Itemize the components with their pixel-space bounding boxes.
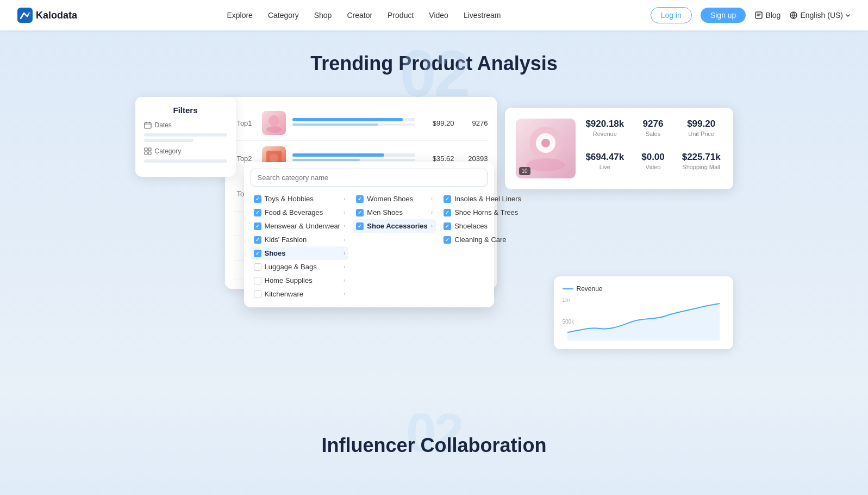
svg-rect-0 — [17, 8, 33, 23]
svg-rect-5 — [145, 148, 147, 151]
cat-item-luggage[interactable]: Luggage & Bags › — [251, 260, 349, 274]
cat-item-shoe-horns[interactable]: ✓ Shoe Horns & Trees — [440, 206, 524, 219]
checkbox-luggage[interactable] — [254, 263, 261, 271]
checkbox-kids[interactable]: ✓ — [254, 236, 261, 244]
svg-rect-2 — [755, 12, 762, 18]
checkbox-shoelaces[interactable]: ✓ — [444, 222, 451, 230]
nav-product[interactable]: Product — [388, 11, 414, 20]
stat-revenue: $920.18k Revenue — [584, 119, 626, 145]
logo-text: Kalodata — [36, 10, 77, 21]
stat-unit-price: $99.20 Unit Price — [680, 119, 722, 145]
logo[interactable]: Kalodata — [17, 8, 77, 23]
revenue-chart: Revenue 1m 500k — [554, 276, 733, 349]
dates-label[interactable]: Dates — [144, 121, 227, 129]
cat-item-toys[interactable]: ✓ Toys & Hobbies › — [251, 192, 349, 206]
category-dropdown: ✓ Toys & Hobbies › ✓ Food & Beverages › … — [244, 162, 494, 307]
dates-filter: Dates — [144, 121, 227, 142]
svg-rect-8 — [148, 152, 151, 154]
product-card-inner: 10 $920.18k Revenue 9276 Sales $99.20 Un… — [516, 119, 722, 178]
checkbox-shoe-horns[interactable]: ✓ — [444, 209, 451, 216]
stat-shopping-mall: $225.71k Shopping Mall — [680, 152, 722, 178]
revenue-chart-svg — [563, 297, 725, 341]
stat-sales: 9276 Sales — [632, 119, 674, 145]
cat-item-food[interactable]: ✓ Food & Beverages › — [251, 206, 349, 219]
category-columns: ✓ Toys & Hobbies › ✓ Food & Beverages › … — [251, 192, 488, 301]
product-sales: 20393 — [461, 154, 488, 163]
checkbox-shoes[interactable]: ✓ — [254, 250, 261, 257]
checkbox-men-shoes[interactable]: ✓ — [356, 209, 364, 216]
language-selector[interactable]: English (US) — [789, 11, 851, 20]
svg-rect-4 — [145, 122, 151, 128]
category-col-2: ✓ Women Shoes › ✓ Men Shoes › ✓ Shoe Acc… — [353, 192, 436, 301]
product-thumbnail — [262, 111, 286, 135]
nav-links: Explore Category Shop Creator Product Vi… — [227, 11, 501, 20]
cat-item-home[interactable]: Home Supplies › — [251, 274, 349, 287]
cat-item-insoles[interactable]: ✓ Insoles & Heel Liners — [440, 192, 524, 206]
product-detail-card: 10 $920.18k Revenue 9276 Sales $99.20 Un… — [505, 108, 733, 189]
cat-item-shoes[interactable]: ✓ Shoes › — [251, 246, 349, 260]
checkbox-shoe-accessories[interactable]: ✓ — [356, 222, 364, 230]
table-row: Top1 $99.20 9276 — [234, 106, 488, 141]
cat-item-kids[interactable]: ✓ Kids' Fashion › — [251, 233, 349, 246]
section2-title: Influencer Collaboration — [0, 412, 868, 457]
product-price: $35.62 — [422, 154, 454, 163]
nav-creator[interactable]: Creator — [347, 11, 372, 20]
nav-explore[interactable]: Explore — [227, 11, 252, 20]
cat-item-men-shoes[interactable]: ✓ Men Shoes › — [353, 206, 436, 219]
svg-point-17 — [541, 139, 550, 147]
nav-category[interactable]: Category — [268, 11, 299, 20]
cat-item-shoe-accessories[interactable]: ✓ Shoe Accessories › — [353, 219, 436, 233]
product-sales: 9276 — [461, 119, 488, 127]
chart-legend: Revenue — [563, 285, 725, 293]
checkbox-insoles[interactable]: ✓ — [444, 195, 451, 203]
hero-section: 02 Trending Product Analysis Filters Dat… — [0, 30, 868, 391]
chart-area: 1m 500k — [563, 297, 725, 341]
cat-item-cleaning[interactable]: ✓ Cleaning & Care — [440, 233, 524, 246]
nav-right: Log in Sign up Blog English (US) — [651, 7, 851, 23]
filters-title: Filters — [144, 106, 227, 115]
hero-title: Trending Product Analysis — [0, 52, 868, 75]
stat-live: $694.47k Live — [584, 152, 626, 178]
nav-video[interactable]: Video — [429, 11, 448, 20]
checkbox-menswear[interactable]: ✓ — [254, 222, 261, 230]
svg-point-18 — [527, 158, 565, 171]
svg-point-12 — [270, 154, 278, 163]
rank-label: Top1 — [234, 119, 255, 127]
svg-point-9 — [268, 115, 279, 126]
category-label[interactable]: Category — [144, 147, 227, 155]
category-col-1: ✓ Toys & Hobbies › ✓ Food & Beverages › … — [251, 192, 349, 301]
checkbox-home[interactable] — [254, 277, 261, 284]
panel-area: Filters Dates Category Top1 — [135, 97, 733, 358]
legend-line — [563, 288, 573, 289]
category-search-input[interactable] — [251, 169, 488, 187]
category-col-3: ✓ Insoles & Heel Liners ✓ Shoe Horns & T… — [440, 192, 524, 301]
nav-shop[interactable]: Shop — [314, 11, 332, 20]
chart-label-1m: 1m — [563, 297, 570, 303]
product-image: 10 — [516, 119, 576, 178]
checkbox-cleaning[interactable]: ✓ — [444, 236, 451, 244]
cat-item-women-shoes[interactable]: ✓ Women Shoes › — [353, 192, 436, 206]
checkbox-women-shoes[interactable]: ✓ — [356, 195, 364, 203]
svg-point-10 — [266, 126, 282, 133]
chart-label-500k: 500k — [563, 319, 574, 325]
checkbox-food[interactable]: ✓ — [254, 209, 261, 216]
checkbox-toys[interactable]: ✓ — [254, 195, 261, 203]
product-badge: 10 — [519, 167, 530, 175]
product-stats: $920.18k Revenue 9276 Sales $99.20 Unit … — [584, 119, 722, 178]
filters-panel: Filters Dates Category — [135, 97, 236, 177]
svg-point-1 — [28, 12, 30, 14]
nav-livestream[interactable]: Livestream — [464, 11, 501, 20]
login-button[interactable]: Log in — [651, 7, 692, 23]
signup-button[interactable]: Sign up — [701, 8, 746, 23]
section2: 02 Influencer Collaboration — [0, 391, 868, 495]
cat-item-shoelaces[interactable]: ✓ Shoelaces — [440, 219, 524, 233]
cat-item-kitchenware[interactable]: Kitchenware › — [251, 287, 349, 301]
cat-item-menswear[interactable]: ✓ Menswear & Underwear › — [251, 219, 349, 233]
navbar: Kalodata Explore Category Shop Creator P… — [0, 0, 868, 30]
blog-link[interactable]: Blog — [754, 11, 780, 20]
product-price: $99.20 — [422, 119, 454, 127]
rank-label: Top2 — [234, 154, 255, 163]
stat-video: $0.00 Video — [632, 152, 674, 178]
svg-rect-6 — [148, 148, 151, 151]
checkbox-kitchenware[interactable] — [254, 290, 261, 298]
